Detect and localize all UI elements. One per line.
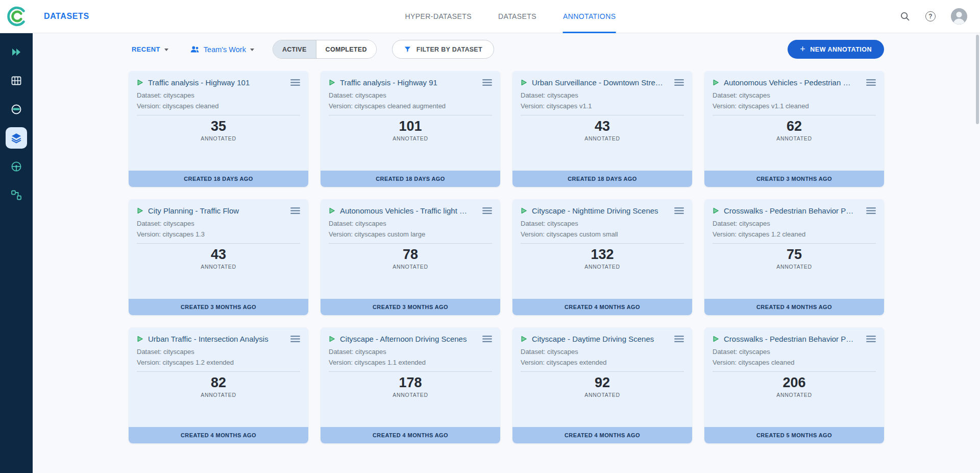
toolbar: RECENT Team's Work ACTIVECOMPLETED FIL xyxy=(129,40,884,59)
play-icon xyxy=(713,207,719,214)
card-menu-icon[interactable] xyxy=(674,335,684,343)
app-logo-icon[interactable] xyxy=(5,5,29,28)
card-header: Urban Traffic - Intersection Analysis xyxy=(137,335,300,343)
card-title[interactable]: Autonomous Vehicles - Traffic light … xyxy=(340,206,478,215)
status-segment-completed[interactable]: COMPLETED xyxy=(316,40,376,58)
play-icon xyxy=(137,336,143,342)
card-divider xyxy=(521,115,684,115)
annotation-card[interactable]: Autonomous Vehicles - Traffic light … Da… xyxy=(321,199,500,315)
card-menu-icon[interactable] xyxy=(674,207,684,215)
sidebar-item-models[interactable] xyxy=(6,156,27,177)
annotated-count: 78 xyxy=(329,247,492,263)
play-icon xyxy=(521,336,527,342)
card-title[interactable]: Cityscape - Nighttime Driving Scenes xyxy=(532,206,670,215)
user-avatar[interactable] xyxy=(950,8,968,25)
card-title[interactable]: Autonomous Vehicles - Pedestrian … xyxy=(724,78,862,87)
sidebar-item-annotations[interactable] xyxy=(6,127,27,149)
tab-datasets[interactable]: DATASETS xyxy=(498,0,536,33)
card-title[interactable]: Traffic analysis - Highway 91 xyxy=(340,78,478,87)
annotated-label: ANNOTATED xyxy=(137,392,300,398)
card-version: Version: cityscapes extended xyxy=(521,359,684,366)
play-icon xyxy=(329,207,335,214)
double-play-icon xyxy=(10,46,22,58)
card-title[interactable]: Urban Surveillance - Downtown Stre… xyxy=(532,78,670,87)
tab-hyper-datasets[interactable]: HYPER-DATASETS xyxy=(405,0,472,33)
annotated-label: ANNOTATED xyxy=(521,264,684,270)
card-title[interactable]: Crosswalks - Pedestrian Behavior P… xyxy=(724,335,862,343)
card-dataset: Dataset: cityscapes xyxy=(329,91,492,99)
help-icon[interactable]: ? xyxy=(925,11,936,22)
search-icon[interactable] xyxy=(899,11,911,22)
sort-dropdown[interactable]: RECENT xyxy=(129,40,172,59)
annotation-card[interactable]: Urban Surveillance - Downtown Stre… Data… xyxy=(512,71,692,187)
card-title[interactable]: Cityscape - Daytime Driving Scenes xyxy=(532,335,670,343)
card-menu-icon[interactable] xyxy=(482,207,492,215)
annotation-card[interactable]: Crosswalks - Pedestrian Behavior P… Data… xyxy=(704,199,884,315)
card-menu-icon[interactable] xyxy=(290,79,300,86)
card-menu-icon[interactable] xyxy=(482,335,492,343)
card-title[interactable]: City Planning - Traffic Flow xyxy=(148,206,286,215)
annotation-card[interactable]: Autonomous Vehicles - Pedestrian … Datas… xyxy=(704,71,884,187)
card-menu-icon[interactable] xyxy=(290,207,300,215)
card-header: Urban Surveillance - Downtown Stre… xyxy=(521,78,684,87)
annotated-count: 43 xyxy=(137,247,300,263)
card-created-footer: CREATED 18 DAYS AGO xyxy=(512,171,692,187)
sidebar-item-labeling[interactable] xyxy=(6,99,27,120)
card-header: Cityscape - Daytime Driving Scenes xyxy=(521,335,684,343)
scope-dropdown[interactable]: Team's Work xyxy=(187,40,257,59)
card-title[interactable]: Cityscape - Afternoon Driving Scenes xyxy=(340,335,478,343)
chevron-down-icon xyxy=(250,49,254,51)
annotation-card[interactable]: Crosswalks - Pedestrian Behavior P… Data… xyxy=(704,327,884,443)
play-icon xyxy=(137,79,143,86)
card-body: Traffic analysis - Highway 101 Dataset: … xyxy=(129,71,308,171)
card-dataset: Dataset: cityscapes xyxy=(713,348,876,356)
sidebar-item-getting-started[interactable] xyxy=(6,41,27,63)
annotation-card[interactable]: Urban Traffic - Intersection Analysis Da… xyxy=(129,327,308,443)
card-body: Urban Traffic - Intersection Analysis Da… xyxy=(129,327,308,427)
card-body: Cityscape - Nighttime Driving Scenes Dat… xyxy=(512,199,692,299)
card-menu-icon[interactable] xyxy=(674,79,684,86)
card-menu-icon[interactable] xyxy=(866,335,876,343)
card-header: Cityscape - Afternoon Driving Scenes xyxy=(329,335,492,343)
new-annotation-button[interactable]: + NEW ANNOTATION xyxy=(788,40,884,59)
sidebar-item-datasets[interactable] xyxy=(6,70,27,91)
annotation-card[interactable]: City Planning - Traffic Flow Dataset: ci… xyxy=(129,199,308,315)
plus-icon: + xyxy=(800,44,805,54)
annotation-card[interactable]: Cityscape - Daytime Driving Scenes Datas… xyxy=(512,327,692,443)
filter-by-dataset-button[interactable]: FILTER BY DATASET xyxy=(392,40,494,59)
annotated-label: ANNOTATED xyxy=(521,392,684,398)
tab-annotations[interactable]: ANNOTATIONS xyxy=(563,0,616,33)
steering-wheel-icon xyxy=(10,160,22,173)
card-header: Autonomous Vehicles - Traffic light … xyxy=(329,206,492,215)
status-toggle: ACTIVECOMPLETED xyxy=(273,40,377,59)
scrollbar-thumb[interactable] xyxy=(976,35,979,124)
status-segment-active[interactable]: ACTIVE xyxy=(273,40,316,58)
card-menu-icon[interactable] xyxy=(482,79,492,86)
annotated-count: 62 xyxy=(713,119,876,134)
pipelines-icon xyxy=(10,189,22,201)
card-menu-icon[interactable] xyxy=(866,79,876,86)
filter-button-label: FILTER BY DATASET xyxy=(416,46,482,53)
card-menu-icon[interactable] xyxy=(290,335,300,343)
card-title[interactable]: Urban Traffic - Intersection Analysis xyxy=(148,335,286,343)
card-created-footer: CREATED 3 MONTHS AGO xyxy=(321,299,500,315)
annotation-card[interactable]: Cityscape - Nighttime Driving Scenes Dat… xyxy=(512,199,692,315)
annotation-card[interactable]: Cityscape - Afternoon Driving Scenes Dat… xyxy=(321,327,500,443)
play-icon xyxy=(713,336,719,342)
card-body: Urban Surveillance - Downtown Stre… Data… xyxy=(512,71,692,171)
page-title: DATASETS xyxy=(44,12,89,21)
card-created-footer: CREATED 4 MONTHS AGO xyxy=(704,299,884,315)
annotation-card[interactable]: Traffic analysis - Highway 91 Dataset: c… xyxy=(321,71,500,187)
sidebar-item-pipelines[interactable] xyxy=(6,184,27,206)
annotated-label: ANNOTATED xyxy=(329,135,492,141)
annotation-card[interactable]: Traffic analysis - Highway 101 Dataset: … xyxy=(129,71,308,187)
card-divider xyxy=(137,243,300,244)
card-title[interactable]: Crosswalks - Pedestrian Behavior P… xyxy=(724,206,862,215)
card-menu-icon[interactable] xyxy=(866,207,876,215)
card-header: Crosswalks - Pedestrian Behavior P… xyxy=(713,335,876,343)
card-title[interactable]: Traffic analysis - Highway 101 xyxy=(148,78,286,87)
card-version: Version: cityscapes 1.2 extended xyxy=(137,359,300,366)
card-body: Cityscape - Afternoon Driving Scenes Dat… xyxy=(321,327,500,427)
card-divider xyxy=(713,115,876,115)
card-created-footer: CREATED 4 MONTHS AGO xyxy=(512,299,692,315)
